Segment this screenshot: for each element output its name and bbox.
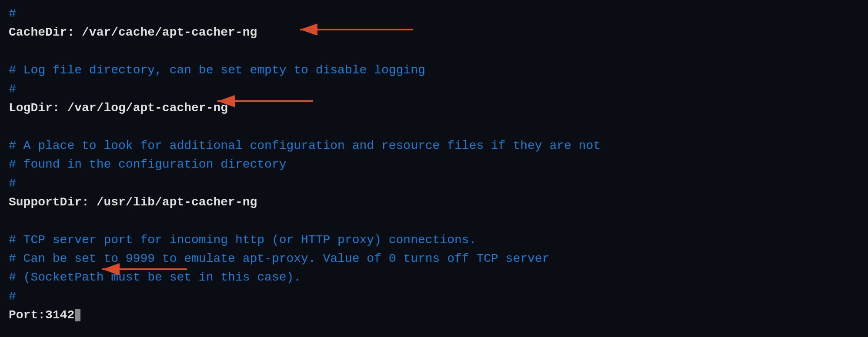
line-comment-logdir: # Log file directory, can be set empty t… — [9, 61, 859, 79]
line-port: Port:3142 — [9, 306, 859, 324]
line-blank-1 — [9, 42, 859, 61]
terminal-window: # CacheDir: /var/cache/apt-cacher-ng # L… — [0, 0, 868, 337]
line-comment-supportdir-2: # found in the configuration directory — [9, 155, 859, 174]
line-hash-3: # — [9, 174, 859, 193]
line-supportdir: SupportDir: /usr/lib/apt-cacher-ng — [9, 193, 859, 211]
line-logdir: LogDir: /var/log/apt-cacher-ng — [9, 99, 859, 117]
line-blank-2 — [9, 117, 859, 136]
line-comment-supportdir-1: # A place to look for additional configu… — [9, 136, 859, 155]
line-comment-port-2: # Can be set to 9999 to emulate apt-prox… — [9, 249, 859, 268]
line-cachedir: CacheDir: /var/cache/apt-cacher-ng — [9, 23, 859, 42]
line-hash-2: # — [9, 80, 859, 99]
line-hash-4: # — [9, 287, 859, 306]
cursor — [75, 309, 80, 321]
line-1: # — [9, 4, 859, 23]
line-comment-port-1: # TCP server port for incoming http (or … — [9, 231, 859, 249]
line-blank-3 — [9, 211, 859, 230]
line-blank-4 — [9, 325, 859, 337]
line-comment-port-3: # (SocketPath must be set in this case). — [9, 268, 859, 287]
